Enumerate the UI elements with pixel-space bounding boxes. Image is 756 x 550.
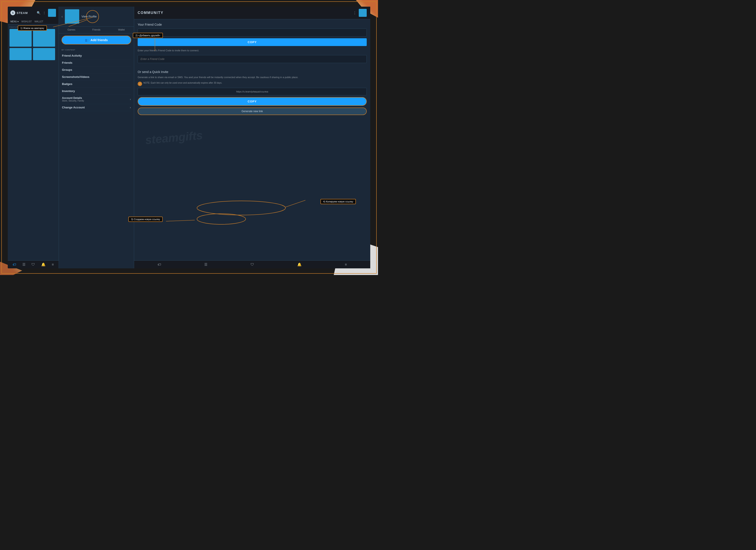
featured-image-2[interactable] (33, 29, 55, 47)
featured-image-3[interactable] (10, 48, 32, 60)
annotation-box-4: 4) Копируем новую ссылку (320, 199, 356, 204)
right-bottom-nav: 🏷 ☰ 🛡 🔔 ≡ (134, 261, 370, 269)
friend-code-input[interactable] (138, 55, 367, 63)
menu-item-friends[interactable]: Friends (62, 59, 131, 66)
menu-item-friend-activity[interactable]: Friend Activity (62, 52, 131, 59)
quick-invite-title: Or send a Quick Invite (138, 70, 367, 74)
menu-item-badges[interactable]: Badges (62, 81, 131, 88)
invite-link-display: https://s.team/p/ваша/ссылка (138, 88, 367, 95)
steam-left-panel: S STEAM 🔍 ⋮ MENU ▾ WISHLIST WALLET (8, 7, 59, 269)
community-header-right: ⋮ (353, 9, 367, 17)
friend-code-description: Enter your friend's Friend Code to invit… (138, 49, 367, 52)
copy-invite-link-button[interactable]: COPY (138, 97, 367, 106)
menu-item-inventory[interactable]: Inventory (62, 88, 131, 95)
view-profile-button[interactable]: View Profile (81, 15, 96, 18)
tab-wallet[interactable]: Wallet (109, 27, 134, 33)
add-friends-button[interactable]: 👥 Add friends (62, 36, 131, 44)
checkmark-icon: ✓ (138, 82, 142, 86)
featured-images-row2 (10, 48, 57, 60)
steam-right-panel: COMMUNITY ⋮ Your Friend Code COPY Enter … (134, 7, 370, 269)
profile-header: ‹ View Profile (59, 7, 134, 27)
annotation-box-1: 1) Жмем на аватарку (18, 25, 47, 31)
right-list-icon[interactable]: ☰ (204, 263, 207, 267)
user-avatar-button[interactable] (48, 9, 56, 17)
menu-item-change-account[interactable]: Change Account › (62, 104, 131, 111)
steam-logo-text: STEAM (17, 11, 28, 15)
right-shield-icon[interactable]: 🛡 (251, 263, 254, 267)
add-friends-label: Add friends (91, 38, 108, 42)
nav-menu[interactable]: MENU ▾ (10, 20, 19, 23)
shield-icon[interactable]: 🛡 (31, 263, 35, 267)
community-title: COMMUNITY (138, 11, 164, 15)
annotation-box-3: 3) Создаем новую ссылку (128, 217, 163, 222)
friend-code-display (138, 29, 367, 37)
search-icon[interactable]: 🔍 (37, 11, 40, 15)
avatar-annotation-area (48, 9, 56, 17)
menu-icon[interactable]: ≡ (52, 263, 54, 267)
featured-images (10, 29, 57, 47)
list-icon[interactable]: ☰ (22, 263, 25, 267)
steam-middle-panel: ‹ View Profile Games Friends Wallet 👥 Ad… (59, 7, 134, 269)
featured-image-4[interactable] (33, 48, 55, 60)
right-tag-icon[interactable]: 🏷 (158, 263, 161, 267)
steam-nav: MENU ▾ WISHLIST WALLET (8, 19, 59, 24)
steam-icon: S (10, 10, 15, 15)
more-icon[interactable]: ⋮ (43, 11, 46, 15)
my-content-label: MY CONTENT (62, 49, 131, 51)
left-bottom-nav: 🏷 ☰ 🛡 🔔 ≡ (8, 261, 59, 269)
header-icons: 🔍 ⋮ (37, 9, 56, 17)
menu-items: Friend Activity Friends Groups Screensho… (62, 52, 131, 111)
add-friends-icon: 👥 (85, 38, 89, 42)
steam-logo-area: S STEAM (10, 10, 28, 15)
steam-body: FEATURED & RECOMMENDED (8, 24, 59, 261)
community-header: COMMUNITY ⋮ (134, 7, 370, 19)
menu-item-screenshots[interactable]: Screenshots/Videos (62, 73, 131, 81)
right-menu-icon[interactable]: ≡ (345, 263, 347, 267)
community-avatar[interactable] (359, 9, 367, 17)
annotation-box-2: 2) «Добавить друзей» (133, 33, 163, 38)
friend-code-title: Your Friend Code (138, 23, 367, 26)
featured-image-1[interactable] (10, 29, 32, 47)
nav-wallet[interactable]: WALLET (35, 20, 43, 23)
featured-section: FEATURED & RECOMMENDED (10, 26, 57, 60)
tab-friends[interactable]: Friends (84, 27, 109, 33)
profile-tabs: Games Friends Wallet (59, 27, 134, 33)
community-body: Your Friend Code COPY Enter your friend'… (134, 19, 370, 261)
friend-code-section: Your Friend Code COPY Enter your friend'… (138, 23, 367, 67)
my-content-section: MY CONTENT Friend Activity Friends Group… (59, 47, 134, 112)
change-account-arrow-icon: › (130, 106, 131, 109)
main-content: S STEAM 🔍 ⋮ MENU ▾ WISHLIST WALLET (8, 7, 370, 269)
note-text: ✓ NOTE: Each link can only be used once … (138, 81, 367, 86)
tag-icon[interactable]: 🏷 (13, 263, 16, 267)
back-button[interactable]: ‹ (62, 15, 63, 19)
right-bell-icon[interactable]: 🔔 (297, 263, 302, 267)
menu-item-account[interactable]: Account Details Store, Security, Family … (62, 95, 131, 104)
bell-icon[interactable]: 🔔 (41, 263, 46, 267)
steam-header: S STEAM 🔍 ⋮ (8, 7, 59, 19)
tab-games[interactable]: Games (59, 27, 84, 33)
menu-item-groups[interactable]: Groups (62, 66, 131, 73)
copy-friend-code-button[interactable]: COPY (138, 38, 367, 46)
community-more-icon[interactable]: ⋮ (353, 11, 357, 15)
quick-invite-section: Or send a Quick Invite Generate a link t… (138, 70, 367, 115)
account-arrow-icon: › (130, 98, 131, 101)
quick-invite-description: Generate a link to share via email or SM… (138, 75, 367, 79)
profile-avatar (65, 9, 79, 24)
generate-link-button[interactable]: Generate new link (138, 108, 367, 115)
nav-wishlist[interactable]: WISHLIST (21, 20, 32, 23)
